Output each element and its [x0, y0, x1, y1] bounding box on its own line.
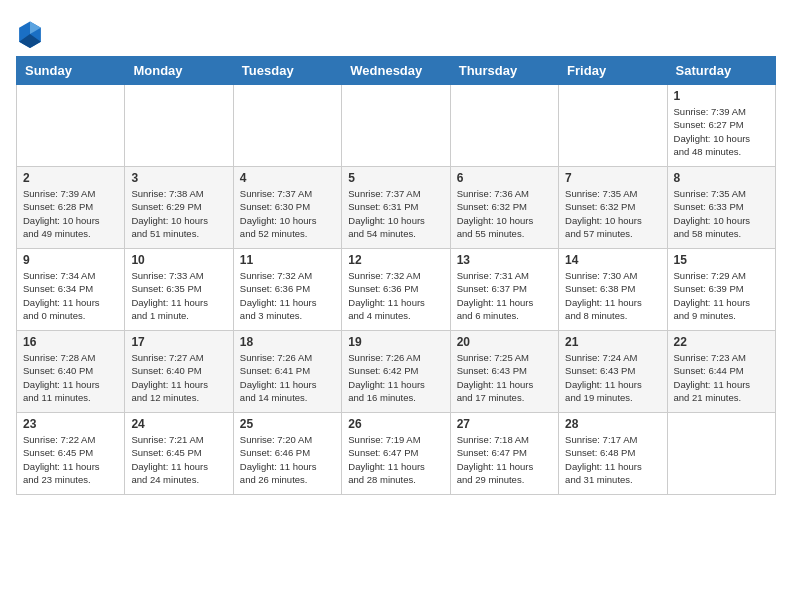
day-number: 17	[131, 335, 226, 349]
calendar-cell: 8Sunrise: 7:35 AM Sunset: 6:33 PM Daylig…	[667, 167, 775, 249]
calendar-cell: 19Sunrise: 7:26 AM Sunset: 6:42 PM Dayli…	[342, 331, 450, 413]
weekday-header-thursday: Thursday	[450, 57, 558, 85]
weekday-header-row: SundayMondayTuesdayWednesdayThursdayFrid…	[17, 57, 776, 85]
day-info: Sunrise: 7:33 AM Sunset: 6:35 PM Dayligh…	[131, 269, 226, 322]
calendar-cell	[125, 85, 233, 167]
day-number: 9	[23, 253, 118, 267]
day-info: Sunrise: 7:39 AM Sunset: 6:28 PM Dayligh…	[23, 187, 118, 240]
day-number: 7	[565, 171, 660, 185]
day-info: Sunrise: 7:22 AM Sunset: 6:45 PM Dayligh…	[23, 433, 118, 486]
calendar-cell	[342, 85, 450, 167]
calendar-cell: 9Sunrise: 7:34 AM Sunset: 6:34 PM Daylig…	[17, 249, 125, 331]
day-number: 16	[23, 335, 118, 349]
day-number: 22	[674, 335, 769, 349]
day-number: 15	[674, 253, 769, 267]
day-number: 20	[457, 335, 552, 349]
day-number: 19	[348, 335, 443, 349]
calendar-cell: 28Sunrise: 7:17 AM Sunset: 6:48 PM Dayli…	[559, 413, 667, 495]
calendar-cell: 18Sunrise: 7:26 AM Sunset: 6:41 PM Dayli…	[233, 331, 341, 413]
day-number: 21	[565, 335, 660, 349]
calendar-cell: 16Sunrise: 7:28 AM Sunset: 6:40 PM Dayli…	[17, 331, 125, 413]
day-number: 10	[131, 253, 226, 267]
day-info: Sunrise: 7:37 AM Sunset: 6:31 PM Dayligh…	[348, 187, 443, 240]
day-number: 26	[348, 417, 443, 431]
calendar-cell: 7Sunrise: 7:35 AM Sunset: 6:32 PM Daylig…	[559, 167, 667, 249]
day-info: Sunrise: 7:31 AM Sunset: 6:37 PM Dayligh…	[457, 269, 552, 322]
day-number: 14	[565, 253, 660, 267]
day-info: Sunrise: 7:20 AM Sunset: 6:46 PM Dayligh…	[240, 433, 335, 486]
day-info: Sunrise: 7:30 AM Sunset: 6:38 PM Dayligh…	[565, 269, 660, 322]
calendar-cell: 25Sunrise: 7:20 AM Sunset: 6:46 PM Dayli…	[233, 413, 341, 495]
calendar-cell	[559, 85, 667, 167]
day-number: 5	[348, 171, 443, 185]
calendar-cell: 23Sunrise: 7:22 AM Sunset: 6:45 PM Dayli…	[17, 413, 125, 495]
day-info: Sunrise: 7:35 AM Sunset: 6:33 PM Dayligh…	[674, 187, 769, 240]
weekday-header-wednesday: Wednesday	[342, 57, 450, 85]
calendar-cell: 2Sunrise: 7:39 AM Sunset: 6:28 PM Daylig…	[17, 167, 125, 249]
day-number: 23	[23, 417, 118, 431]
calendar-cell: 3Sunrise: 7:38 AM Sunset: 6:29 PM Daylig…	[125, 167, 233, 249]
day-info: Sunrise: 7:39 AM Sunset: 6:27 PM Dayligh…	[674, 105, 769, 158]
day-info: Sunrise: 7:28 AM Sunset: 6:40 PM Dayligh…	[23, 351, 118, 404]
day-info: Sunrise: 7:26 AM Sunset: 6:42 PM Dayligh…	[348, 351, 443, 404]
day-info: Sunrise: 7:17 AM Sunset: 6:48 PM Dayligh…	[565, 433, 660, 486]
calendar-cell	[667, 413, 775, 495]
calendar-cell: 1Sunrise: 7:39 AM Sunset: 6:27 PM Daylig…	[667, 85, 775, 167]
calendar-cell: 4Sunrise: 7:37 AM Sunset: 6:30 PM Daylig…	[233, 167, 341, 249]
day-number: 24	[131, 417, 226, 431]
weekday-header-friday: Friday	[559, 57, 667, 85]
day-number: 2	[23, 171, 118, 185]
calendar-cell: 10Sunrise: 7:33 AM Sunset: 6:35 PM Dayli…	[125, 249, 233, 331]
day-number: 4	[240, 171, 335, 185]
day-info: Sunrise: 7:32 AM Sunset: 6:36 PM Dayligh…	[348, 269, 443, 322]
calendar-cell: 26Sunrise: 7:19 AM Sunset: 6:47 PM Dayli…	[342, 413, 450, 495]
weekday-header-monday: Monday	[125, 57, 233, 85]
day-info: Sunrise: 7:32 AM Sunset: 6:36 PM Dayligh…	[240, 269, 335, 322]
day-info: Sunrise: 7:23 AM Sunset: 6:44 PM Dayligh…	[674, 351, 769, 404]
calendar-cell	[17, 85, 125, 167]
day-info: Sunrise: 7:24 AM Sunset: 6:43 PM Dayligh…	[565, 351, 660, 404]
day-info: Sunrise: 7:37 AM Sunset: 6:30 PM Dayligh…	[240, 187, 335, 240]
day-info: Sunrise: 7:38 AM Sunset: 6:29 PM Dayligh…	[131, 187, 226, 240]
calendar-cell: 21Sunrise: 7:24 AM Sunset: 6:43 PM Dayli…	[559, 331, 667, 413]
weekday-header-sunday: Sunday	[17, 57, 125, 85]
day-number: 13	[457, 253, 552, 267]
day-number: 6	[457, 171, 552, 185]
calendar-week-1: 1Sunrise: 7:39 AM Sunset: 6:27 PM Daylig…	[17, 85, 776, 167]
day-info: Sunrise: 7:26 AM Sunset: 6:41 PM Dayligh…	[240, 351, 335, 404]
day-info: Sunrise: 7:19 AM Sunset: 6:47 PM Dayligh…	[348, 433, 443, 486]
calendar-table: SundayMondayTuesdayWednesdayThursdayFrid…	[16, 56, 776, 495]
calendar-week-4: 16Sunrise: 7:28 AM Sunset: 6:40 PM Dayli…	[17, 331, 776, 413]
day-number: 8	[674, 171, 769, 185]
day-info: Sunrise: 7:18 AM Sunset: 6:47 PM Dayligh…	[457, 433, 552, 486]
calendar-cell: 5Sunrise: 7:37 AM Sunset: 6:31 PM Daylig…	[342, 167, 450, 249]
day-number: 25	[240, 417, 335, 431]
day-info: Sunrise: 7:34 AM Sunset: 6:34 PM Dayligh…	[23, 269, 118, 322]
page-header	[16, 16, 776, 48]
day-number: 28	[565, 417, 660, 431]
day-info: Sunrise: 7:27 AM Sunset: 6:40 PM Dayligh…	[131, 351, 226, 404]
calendar-cell: 15Sunrise: 7:29 AM Sunset: 6:39 PM Dayli…	[667, 249, 775, 331]
weekday-header-saturday: Saturday	[667, 57, 775, 85]
day-info: Sunrise: 7:29 AM Sunset: 6:39 PM Dayligh…	[674, 269, 769, 322]
calendar-cell: 22Sunrise: 7:23 AM Sunset: 6:44 PM Dayli…	[667, 331, 775, 413]
calendar-week-2: 2Sunrise: 7:39 AM Sunset: 6:28 PM Daylig…	[17, 167, 776, 249]
calendar-cell: 6Sunrise: 7:36 AM Sunset: 6:32 PM Daylig…	[450, 167, 558, 249]
calendar-cell: 24Sunrise: 7:21 AM Sunset: 6:45 PM Dayli…	[125, 413, 233, 495]
calendar-cell: 27Sunrise: 7:18 AM Sunset: 6:47 PM Dayli…	[450, 413, 558, 495]
calendar-cell: 17Sunrise: 7:27 AM Sunset: 6:40 PM Dayli…	[125, 331, 233, 413]
calendar-week-3: 9Sunrise: 7:34 AM Sunset: 6:34 PM Daylig…	[17, 249, 776, 331]
day-number: 1	[674, 89, 769, 103]
day-info: Sunrise: 7:21 AM Sunset: 6:45 PM Dayligh…	[131, 433, 226, 486]
calendar-cell	[450, 85, 558, 167]
day-info: Sunrise: 7:35 AM Sunset: 6:32 PM Dayligh…	[565, 187, 660, 240]
day-number: 27	[457, 417, 552, 431]
day-number: 18	[240, 335, 335, 349]
day-number: 3	[131, 171, 226, 185]
logo-icon	[16, 20, 44, 48]
day-info: Sunrise: 7:25 AM Sunset: 6:43 PM Dayligh…	[457, 351, 552, 404]
weekday-header-tuesday: Tuesday	[233, 57, 341, 85]
calendar-cell: 11Sunrise: 7:32 AM Sunset: 6:36 PM Dayli…	[233, 249, 341, 331]
calendar-cell: 12Sunrise: 7:32 AM Sunset: 6:36 PM Dayli…	[342, 249, 450, 331]
calendar-cell: 14Sunrise: 7:30 AM Sunset: 6:38 PM Dayli…	[559, 249, 667, 331]
